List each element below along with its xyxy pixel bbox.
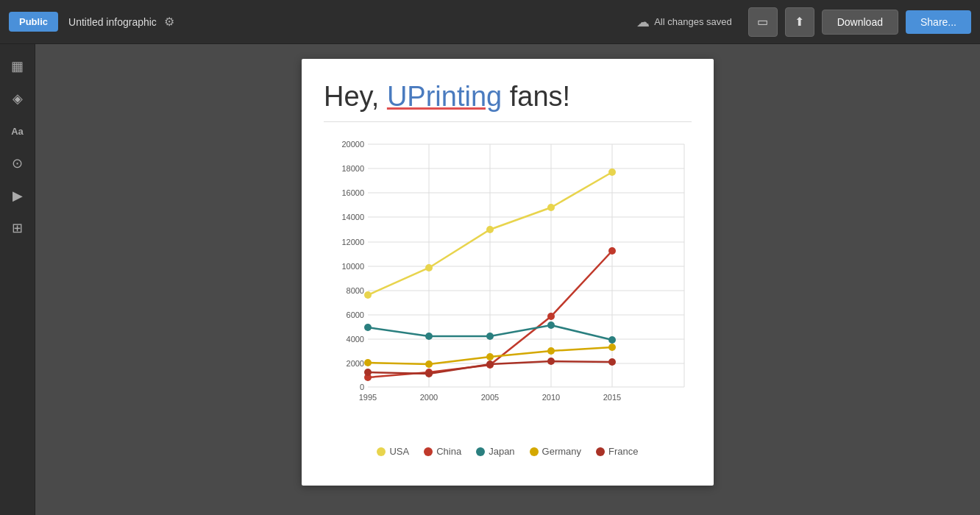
legend-china: China	[424, 446, 461, 457]
line-chart: 20000 18000 16000 14000 12000 10000 8000…	[324, 137, 692, 431]
svg-point-40	[547, 313, 555, 320]
svg-text:14000: 14000	[341, 213, 364, 221]
legend-dot-germany	[530, 447, 539, 456]
sidebar-item-widgets[interactable]: ⊞	[4, 215, 31, 241]
legend-dot-china	[424, 447, 433, 456]
canvas-area: Hey, UPrinting fans!	[35, 44, 980, 515]
svg-text:16000: 16000	[341, 188, 364, 197]
svg-point-35	[547, 204, 555, 211]
svg-text:4000: 4000	[347, 335, 364, 344]
svg-point-50	[547, 347, 555, 355]
video-icon: ▶	[13, 188, 23, 204]
svg-point-34	[486, 226, 494, 233]
sidebar-item-video[interactable]: ▶	[4, 182, 31, 209]
legend-dot-usa	[377, 447, 386, 456]
svg-point-44	[486, 333, 494, 340]
title-divider	[324, 121, 692, 122]
svg-point-55	[547, 358, 555, 365]
document-title: Untitled infographic	[68, 16, 157, 28]
export-button[interactable]: ⬆	[785, 7, 814, 37]
svg-point-32	[364, 291, 372, 299]
legend-usa: USA	[377, 446, 409, 457]
svg-point-54	[486, 360, 494, 368]
sidebar: ▦ ◈ Aa ⊙ ▶ ⊞	[0, 44, 35, 515]
upload-icon: ⬆	[795, 15, 804, 29]
infographic-title: Hey, UPrinting fans!	[324, 81, 692, 113]
svg-point-48	[425, 360, 433, 368]
title-post: fans!	[502, 81, 570, 112]
svg-text:6000: 6000	[347, 310, 364, 319]
svg-text:2000: 2000	[347, 359, 364, 368]
legend-label-usa: USA	[389, 446, 409, 457]
sidebar-item-media[interactable]: ⊙	[4, 150, 31, 177]
legend-label-france: France	[608, 446, 638, 457]
svg-text:0: 0	[360, 383, 364, 391]
svg-text:2015: 2015	[603, 393, 621, 402]
legend-germany: Germany	[530, 446, 581, 457]
svg-point-49	[486, 353, 494, 360]
svg-point-47	[364, 359, 372, 366]
legend-dot-france	[596, 447, 605, 456]
svg-text:8000: 8000	[347, 286, 364, 295]
sidebar-item-text[interactable]: Aa	[4, 118, 31, 144]
cloud-icon: ☁	[636, 14, 650, 30]
legend-france: France	[596, 446, 638, 457]
svg-point-36	[608, 168, 616, 176]
camera-icon: ⊙	[12, 155, 23, 171]
download-label: Download	[837, 16, 883, 28]
svg-point-56	[608, 358, 616, 366]
svg-text:2000: 2000	[420, 393, 438, 402]
svg-text:1995: 1995	[359, 393, 377, 402]
legend-japan: Japan	[476, 446, 514, 457]
svg-text:12000: 12000	[341, 238, 364, 246]
svg-point-45	[547, 322, 555, 329]
svg-point-51	[608, 344, 616, 351]
sidebar-item-charts[interactable]: ▦	[4, 53, 31, 79]
legend-label-japan: Japan	[489, 446, 514, 457]
legend-dot-japan	[476, 447, 485, 456]
svg-point-53	[425, 370, 433, 377]
chart-legend: USA China Japan Germany France	[324, 446, 692, 457]
svg-text:2010: 2010	[542, 393, 560, 402]
svg-point-41	[608, 247, 616, 255]
header: Public Untitled infographic ⚙ ☁ All chan…	[0, 0, 980, 44]
download-button[interactable]: Download	[822, 10, 898, 35]
saved-status-text: All changes saved	[654, 16, 732, 27]
svg-point-43	[425, 333, 433, 340]
object-icon: ◈	[13, 90, 23, 107]
svg-point-33	[425, 264, 433, 271]
monitor-icon: ▭	[757, 15, 768, 29]
sidebar-item-objects[interactable]: ◈	[4, 85, 31, 112]
bar-chart-icon: ▦	[11, 58, 24, 74]
settings-icon[interactable]: ⚙	[164, 15, 174, 29]
public-button[interactable]: Public	[9, 12, 58, 32]
infographic-card: Hey, UPrinting fans!	[302, 59, 714, 486]
text-icon: Aa	[11, 126, 24, 137]
svg-text:20000: 20000	[341, 140, 364, 149]
svg-text:2005: 2005	[481, 393, 499, 402]
legend-label-germany: Germany	[542, 446, 581, 457]
svg-point-52	[364, 369, 372, 376]
grid-icon: ⊞	[12, 220, 23, 236]
chart-container: 20000 18000 16000 14000 12000 10000 8000…	[324, 137, 692, 434]
main-layout: ▦ ◈ Aa ⊙ ▶ ⊞ Hey, UPrinting fans!	[0, 44, 980, 515]
legend-label-china: China	[436, 446, 461, 457]
svg-point-42	[364, 324, 372, 331]
preview-button[interactable]: ▭	[748, 7, 778, 37]
svg-text:18000: 18000	[341, 164, 364, 173]
title-pre: Hey,	[324, 81, 387, 112]
save-status: ☁ All changes saved	[636, 14, 732, 30]
title-brand: UPrinting	[387, 81, 502, 112]
svg-text:10000: 10000	[341, 262, 364, 271]
share-button[interactable]: Share...	[906, 10, 971, 34]
svg-point-46	[608, 336, 616, 344]
